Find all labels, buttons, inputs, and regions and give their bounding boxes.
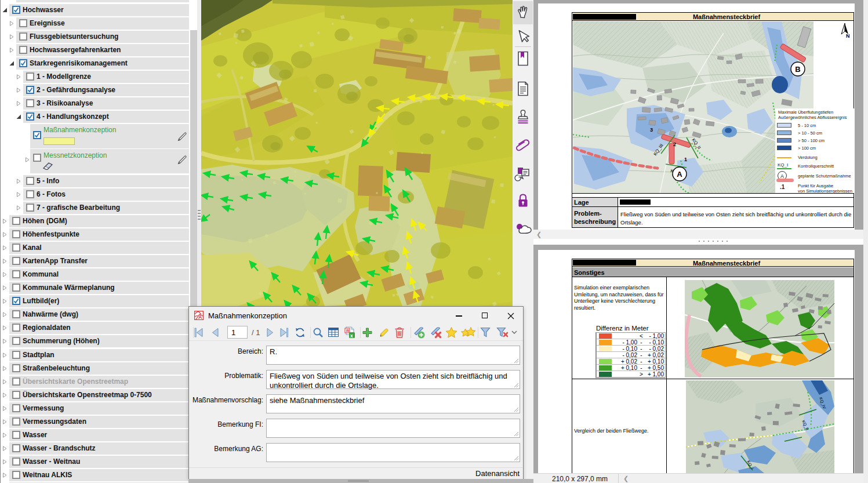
svg-text:A: A [198,314,202,320]
svg-text:A: A [677,170,682,179]
svg-text:3: 3 [650,127,653,133]
svg-text:N: N [846,33,850,39]
svg-text:1: 1 [684,157,687,162]
svg-text:R: R [346,328,350,333]
svg-text:B: B [795,65,800,74]
svg-text:2: 2 [673,141,676,147]
svg-text:x: x [350,333,353,339]
